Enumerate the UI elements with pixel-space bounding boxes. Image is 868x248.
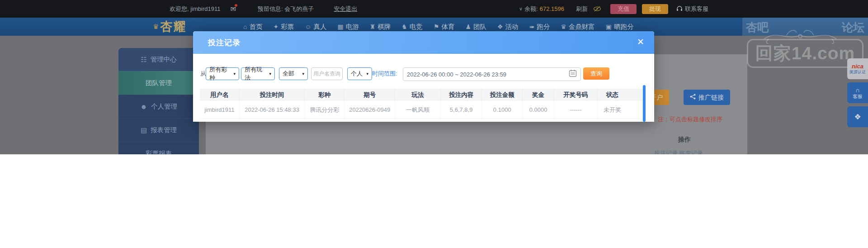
balance-caret-icon[interactable]: ∨ (519, 6, 523, 12)
contact-support[interactable]: 联系客服 (676, 5, 708, 13)
play-type-select[interactable]: 所有玩法 ▾ (241, 67, 275, 80)
col-username[interactable]: 用户名 (200, 89, 240, 101)
col-bet-time[interactable]: 投注时间 (240, 89, 305, 101)
nav-item-wealth[interactable]: ♛金鼎财富 (561, 23, 595, 31)
customer-service-label: 客服 (853, 94, 863, 100)
sidebar-item-label: 管理中心 (151, 55, 177, 64)
nav-item-activity[interactable]: ❖活动 (497, 23, 519, 31)
record-links[interactable]: 投注记录 账变记录 (654, 149, 703, 154)
mail-icon[interactable]: ✉ (230, 5, 236, 13)
col-status[interactable]: 状态 (598, 89, 627, 101)
nav-item-paofen[interactable]: ➠跑分 (529, 23, 550, 31)
sort-hint-note: 注：可点击标题修改排序 (658, 115, 722, 124)
col-draw-number[interactable]: 开奖号码 (554, 89, 598, 101)
home-icon: ⌂ (243, 23, 247, 30)
nav-item-boardgames[interactable]: ♜棋牌 (370, 23, 391, 31)
query-button[interactable]: 查询 (583, 67, 609, 80)
nav-item-esports[interactable]: ♞电竞 (401, 23, 423, 31)
withdraw-button[interactable]: 提现 (642, 4, 668, 14)
col-bet-amount[interactable]: 投注金额 (482, 89, 523, 101)
cell-bet-amount: 0.1000 (482, 101, 523, 119)
reserved-info-text: 预留信息: 会飞的燕子 (258, 5, 314, 13)
site-logo[interactable]: ♛ 杏耀 (153, 18, 186, 36)
promo-link-button[interactable]: 推广链接 (684, 90, 730, 105)
bet-records-table: 用户名 投注时间 彩种 期号 玩法 投注内容 投注金额 奖金 开奖号码 状态 j… (200, 89, 645, 119)
nav-item-egames[interactable]: ▦电游 (338, 23, 359, 31)
operations-column-header: 操作 (678, 136, 691, 144)
headset-icon: ∩ (855, 86, 860, 94)
close-icon[interactable]: ✕ (637, 37, 644, 47)
lottery-type-value: 所有彩种 (209, 66, 231, 82)
boardgames-icon: ♜ (370, 23, 376, 30)
nav-item-live[interactable]: ☺真人 (305, 23, 326, 31)
diamond-icon: ❖ (854, 112, 861, 122)
table-header-row: 用户名 投注时间 彩种 期号 玩法 投注内容 投注金额 奖金 开奖号码 状态 (200, 89, 645, 101)
refresh-link[interactable]: 刷新 (576, 5, 588, 13)
cell-lottery: 腾讯分分彩 (305, 101, 344, 119)
share-icon (690, 90, 696, 105)
nav-item-home[interactable]: ⌂首页 (243, 23, 262, 31)
time-range-label: 时间范围: (372, 70, 397, 78)
logout-link[interactable]: 安全退出 (334, 5, 357, 13)
car-icon: ➠ (529, 23, 535, 30)
sports-icon: ⚑ (434, 23, 439, 30)
modal-header: 投注记录 ✕ (193, 31, 654, 54)
nav-item-team[interactable]: ♟团队 (465, 23, 486, 31)
sidebar-item-lottery-report[interactable]: 彩票报表 (118, 142, 199, 154)
col-prize[interactable]: 奖金 (523, 89, 554, 101)
chevron-down-icon: ▾ (366, 72, 368, 76)
hide-balance-eye-icon[interactable] (593, 6, 601, 12)
col-lottery[interactable]: 彩种 (305, 89, 344, 101)
col-issue[interactable]: 期号 (344, 89, 395, 101)
balance-value: 672.1596 (540, 5, 564, 12)
sidebar-item-team-management[interactable]: 团队管理 (118, 71, 199, 95)
col-bet-content[interactable]: 投注内容 (441, 89, 482, 101)
calendar-icon (569, 69, 577, 79)
sidebar-menu: ☷ 管理中心 团队管理 ☻ 个人管理 ▤ 报表管理 彩票报表 (118, 48, 199, 154)
col-play[interactable]: 玩法 (395, 89, 440, 101)
gift-icon: ❖ (497, 23, 503, 30)
cell-issue: 20220626-0949 (344, 101, 395, 119)
modal-scrollbar[interactable] (643, 85, 646, 122)
customer-service-tab[interactable]: ∩ 客服 (847, 82, 868, 103)
username-search-input[interactable] (311, 67, 343, 80)
status-value: 全部 (283, 70, 294, 78)
sidebar-item-label: 彩票报表 (146, 149, 172, 154)
cell-draw-number: ------ (554, 101, 598, 119)
date-range-input[interactable]: 2022-06-26 00:00 ~ 2022-06-26 23:59 (403, 67, 581, 81)
nav-item-lottery[interactable]: ✦彩票 (273, 23, 294, 31)
chevron-down-icon: ▾ (269, 72, 271, 76)
esports-icon: ♞ (401, 23, 407, 30)
nav-item-sports[interactable]: ⚑体育 (434, 23, 455, 31)
lottery-icon: ✦ (273, 23, 278, 30)
mail-notification-dot (235, 4, 237, 7)
ding-icon: ♛ (561, 23, 566, 30)
cell-username: jimbird1911 (200, 101, 240, 119)
nica-logo: nica (852, 63, 863, 70)
chevron-down-icon: ▾ (233, 72, 236, 76)
sidebar-item-admin-center[interactable]: ☷ 管理中心 (118, 48, 199, 71)
sidebar-item-label: 团队管理 (146, 79, 172, 87)
headset-icon (676, 6, 683, 12)
scope-select[interactable]: 个人 ▾ (347, 67, 372, 80)
lottery-type-select[interactable]: 所有彩种 ▾ (206, 67, 239, 80)
sidebar-item-report-management[interactable]: ▤ 报表管理 (118, 118, 199, 142)
nica-cert-tab[interactable]: nica 奖源认证 (847, 58, 868, 79)
team-icon: ♟ (465, 23, 471, 30)
phone-icon: ▣ (606, 23, 612, 30)
cert-label: 奖源认证 (849, 70, 866, 75)
filter-row: 从 所有彩种 ▾ 所有玩法 ▾ 全部 ▾ 个人 ▾ 时间范围: 2022-06-… (193, 67, 654, 80)
sidebar-item-personal-management[interactable]: ☻ 个人管理 (118, 95, 199, 118)
promo-link-label: 推广链接 (698, 90, 724, 105)
person-icon: ☻ (140, 103, 147, 110)
sidebar-item-label: 个人管理 (151, 102, 177, 111)
live-casino-icon: ☺ (305, 23, 311, 30)
recharge-button[interactable]: 充值 (610, 4, 637, 14)
app-tab[interactable]: ❖ (847, 106, 868, 127)
nav-watermark-backdrop (742, 18, 868, 36)
nav-item-shai-paofen[interactable]: ▣晒跑分 (606, 23, 634, 31)
status-select[interactable]: 全部 ▾ (279, 67, 308, 80)
welcome-text: 欢迎您, jimbird1911 (170, 5, 220, 13)
logo-crown-icon: ♛ (153, 23, 159, 31)
top-bar: 欢迎您, jimbird1911 ✉ 预留信息: 会飞的燕子 安全退出 ∨ 余额… (0, 0, 868, 18)
